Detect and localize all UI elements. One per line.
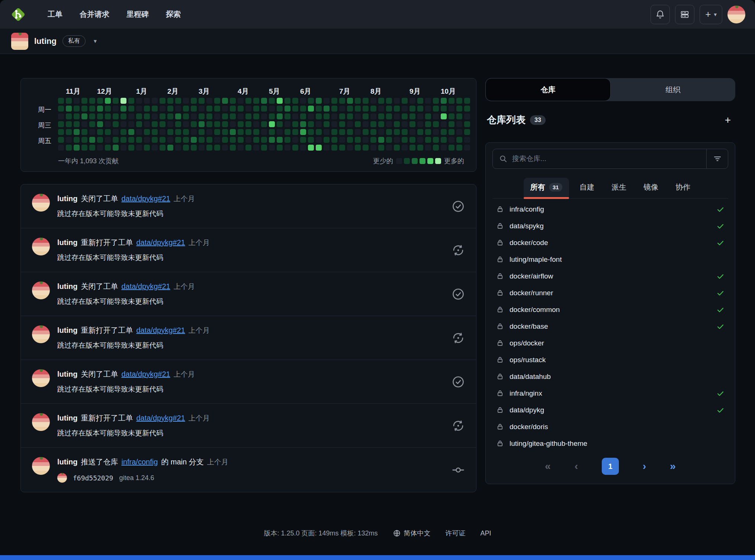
repo-filter-tab-label: 镜像	[643, 182, 658, 192]
heatmap-cell	[66, 145, 72, 151]
feed-item-title: luting重新打开了工单data/dpykg#21上个月	[57, 413, 444, 423]
repo-row[interactable]: docker/runner	[492, 284, 728, 301]
feed-timestamp: 上个月	[189, 238, 210, 248]
top-navbar: 工单 合并请求 里程碑 探索 + ▾	[0, 0, 755, 29]
heatmap-cell	[417, 121, 423, 127]
profile-avatar[interactable]	[11, 33, 28, 50]
heatmap-cell	[191, 121, 197, 127]
repo-search-input[interactable]	[512, 155, 700, 163]
pagination-last[interactable]: »	[670, 460, 676, 472]
feed-target-link[interactable]: data/dpykg#21	[136, 414, 185, 422]
repo-row[interactable]: ops/docker	[492, 335, 728, 351]
feed-user-link[interactable]: luting	[57, 414, 77, 422]
heatmap-cell	[58, 145, 64, 151]
pagination-next[interactable]: ›	[643, 460, 646, 472]
heatmap-cell	[316, 145, 322, 151]
repo-row[interactable]: docker/common	[492, 301, 728, 318]
profile-dropdown-caret[interactable]: ▾	[91, 35, 99, 47]
feed-target-link[interactable]: data/dpykg#21	[121, 370, 170, 379]
repo-filter-tab[interactable]: 派生	[605, 178, 633, 198]
footer-language-link[interactable]: 简体中文	[393, 529, 431, 538]
heatmap-cell	[449, 137, 454, 143]
heatmap-cell	[370, 137, 376, 143]
feed-item-avatar[interactable]	[32, 281, 50, 299]
heatmap-cell	[355, 137, 361, 143]
feed-user-link[interactable]: luting	[57, 282, 77, 291]
repo-row[interactable]: luting/maple-font	[492, 251, 728, 268]
repo-row[interactable]: data/dpykg	[492, 402, 728, 418]
feed-target-link[interactable]: data/dpykg#21	[136, 326, 185, 335]
heatmap-cell	[464, 137, 470, 143]
heatmap-cell	[370, 121, 376, 127]
repo-row[interactable]: data/spykg	[492, 218, 728, 234]
footer-license-link[interactable]: 许可证	[446, 529, 466, 538]
feed-item-avatar[interactable]	[32, 413, 50, 431]
heatmap-month-label: 7月	[339, 87, 350, 96]
repo-row[interactable]: docker/code	[492, 234, 728, 251]
heatmap-cell	[331, 121, 337, 127]
feed-item-avatar[interactable]	[32, 369, 50, 387]
repo-filter-tab[interactable]: 协作	[669, 178, 697, 198]
feed-user-link[interactable]: luting	[57, 326, 77, 335]
heatmap-cell	[378, 113, 384, 119]
nav-link-pull-requests[interactable]: 合并请求	[74, 6, 115, 23]
profile-username[interactable]: luting	[34, 36, 57, 46]
repo-filter-tab[interactable]: 所有31	[524, 178, 569, 198]
repo-row[interactable]: infra/nginx	[492, 385, 728, 402]
feed-item-avatar[interactable]	[32, 194, 50, 212]
notifications-button[interactable]	[650, 5, 670, 24]
heatmap-cell	[261, 113, 267, 119]
heatmap-cell	[394, 129, 400, 135]
heatmap-cell	[167, 145, 173, 151]
feed-user-link[interactable]: luting	[57, 458, 77, 466]
user-avatar[interactable]	[727, 6, 745, 23]
feed-target-link[interactable]: data/dpykg#21	[121, 194, 170, 203]
heatmap-cell	[308, 121, 314, 127]
heatmap-cell	[183, 98, 189, 104]
heatmap-month-label: 10月	[441, 87, 456, 96]
issue-reopened-icon	[452, 244, 465, 257]
nav-link-explore[interactable]: 探索	[160, 6, 187, 23]
tab-repositories[interactable]: 仓库	[485, 78, 611, 101]
commit-author-avatar[interactable]	[57, 473, 67, 483]
admin-panel-button[interactable]	[675, 5, 694, 24]
repo-row[interactable]: infra/config	[492, 201, 728, 218]
repo-row[interactable]: ops/rustack	[492, 351, 728, 368]
commit-hash-link[interactable]: f69d552029	[73, 474, 113, 482]
feed-item-avatar[interactable]	[32, 238, 50, 255]
feed-user-link[interactable]: luting	[57, 194, 77, 203]
repo-row[interactable]: data/datahub	[492, 368, 728, 385]
feed-user-link[interactable]: luting	[57, 370, 77, 379]
feed-target-link[interactable]: data/dpykg#21	[136, 238, 185, 247]
pagination-page-1[interactable]: 1	[602, 458, 619, 475]
footer-api-link[interactable]: API	[481, 530, 491, 537]
gitea-logo-icon[interactable]	[10, 6, 27, 23]
repo-row[interactable]: docker/doris	[492, 418, 728, 435]
heatmap-cell	[97, 121, 103, 127]
add-repo-button[interactable]: +	[722, 114, 734, 126]
feed-user-link[interactable]: luting	[57, 238, 77, 247]
feed-target-link[interactable]: data/dpykg#21	[121, 282, 170, 291]
repo-row[interactable]: docker/base	[492, 318, 728, 335]
feed-target-link[interactable]: infra/config	[121, 458, 158, 466]
feed-item-subtitle: 跳过存在版本可能导致未更新代码	[57, 341, 444, 350]
repo-row[interactable]: docker/airflow	[492, 268, 728, 284]
heatmap-cell	[81, 121, 87, 127]
heatmap-cell	[292, 129, 298, 135]
create-new-button[interactable]: + ▾	[700, 5, 722, 24]
tab-organizations[interactable]: 组织	[611, 78, 735, 101]
lock-icon	[496, 289, 504, 297]
nav-link-milestones[interactable]: 里程碑	[121, 6, 155, 23]
repo-filter-button[interactable]	[706, 149, 728, 168]
repo-row[interactable]: luting/gitea-github-theme	[492, 435, 728, 452]
heatmap-cell	[370, 106, 376, 112]
repo-filter-tab[interactable]: 自建	[573, 178, 601, 198]
feed-item-avatar[interactable]	[32, 325, 50, 343]
nav-link-issues[interactable]: 工单	[42, 6, 68, 23]
heatmap-cell	[175, 129, 181, 135]
repo-filter-tab[interactable]: 镜像	[637, 178, 665, 198]
heatmap-cell	[370, 145, 376, 151]
heatmap-cell	[441, 98, 447, 104]
heatmap-cell	[363, 113, 369, 119]
feed-item-avatar[interactable]	[32, 457, 50, 475]
